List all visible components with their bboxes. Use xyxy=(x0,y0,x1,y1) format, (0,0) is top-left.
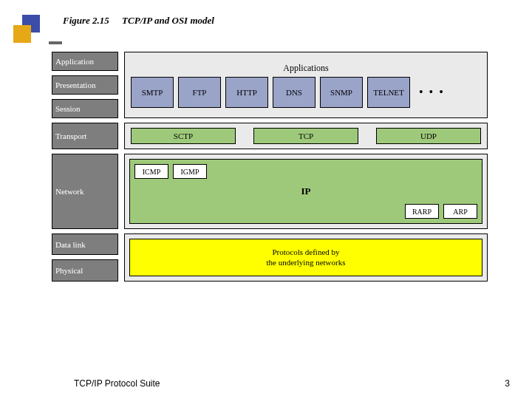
transport-panel: SCTP TCP UDP xyxy=(124,123,488,149)
osi-lower-column: Data link Physical xyxy=(52,233,118,282)
app-http: HTTP xyxy=(225,77,268,108)
osi-datalink: Data link xyxy=(52,233,118,255)
app-ftp: FTP xyxy=(178,77,221,108)
proto-icmp: ICMP xyxy=(134,164,168,179)
applications-panel: Applications SMTP FTP HTTP DNS SNMP TELN… xyxy=(124,52,488,118)
upper-layers-row: Application Presentation Session Applica… xyxy=(52,52,488,118)
network-top-group: ICMP IGMP xyxy=(134,164,207,179)
proto-ip: IP xyxy=(301,185,311,197)
footer-title: TCP/IP Protocol Suite xyxy=(74,378,160,389)
osi-network: Network xyxy=(52,154,118,229)
osi-application: Application xyxy=(52,52,118,71)
figure-number: Figure 2.15 xyxy=(63,15,109,26)
app-snmp: SNMP xyxy=(320,77,363,108)
proto-tcp: TCP xyxy=(253,128,358,144)
osi-transport-column: Transport xyxy=(52,123,118,149)
applications-row: SMTP FTP HTTP DNS SNMP TELNET • • • xyxy=(131,77,481,108)
osi-session: Session xyxy=(52,99,118,118)
underlying-networks-panel: Protocols defined by the underlying netw… xyxy=(129,239,482,276)
app-telnet: TELNET xyxy=(367,77,410,108)
app-smtp: SMTP xyxy=(131,77,174,108)
network-panel: ICMP IGMP IP RARP ARP xyxy=(129,159,482,224)
proto-udp: UDP xyxy=(376,128,481,144)
slide-decoration xyxy=(7,15,52,44)
network-panel-outer: ICMP IGMP IP RARP ARP xyxy=(124,154,488,229)
figure-header: Figure 2.15 TCP/IP and OSI model xyxy=(63,15,214,27)
osi-presentation: Presentation xyxy=(52,75,118,95)
page-number: 3 xyxy=(505,378,510,389)
osi-upper-column: Application Presentation Session xyxy=(52,52,118,118)
proto-igmp: IGMP xyxy=(173,164,207,179)
osi-transport: Transport xyxy=(52,123,118,149)
proto-arp: ARP xyxy=(443,204,477,219)
osi-network-column: Network xyxy=(52,154,118,229)
app-dns: DNS xyxy=(273,77,316,108)
lower-panel-outer: Protocols defined by the underlying netw… xyxy=(124,233,488,282)
figure-title: TCP/IP and OSI model xyxy=(122,15,214,26)
osi-physical: Physical xyxy=(52,259,118,281)
network-bottom-group: RARP ARP xyxy=(405,204,477,219)
diagram: Application Presentation Session Applica… xyxy=(52,52,488,286)
apps-ellipsis: • • • xyxy=(419,86,445,99)
lower-layers-row: Data link Physical Protocols defined by … xyxy=(52,233,488,282)
underlying-networks-text: Protocols defined by the underlying netw… xyxy=(267,247,346,268)
transport-row: Transport SCTP TCP UDP xyxy=(52,123,488,149)
proto-rarp: RARP xyxy=(405,204,439,219)
network-row: Network ICMP IGMP IP RARP ARP xyxy=(52,154,488,229)
proto-sctp: SCTP xyxy=(131,128,236,144)
applications-heading: Applications xyxy=(131,63,481,74)
